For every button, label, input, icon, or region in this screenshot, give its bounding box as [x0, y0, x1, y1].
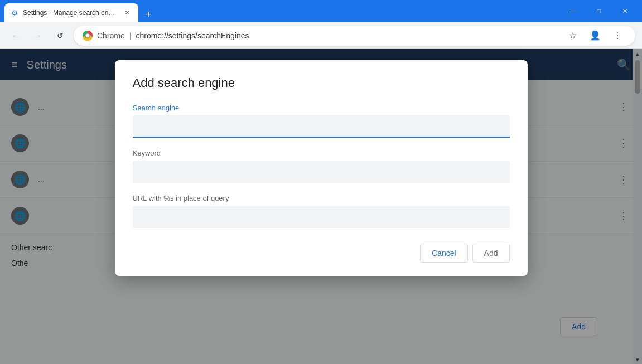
- url-field-group: URL with %s in place of query: [133, 194, 510, 228]
- new-tab-button[interactable]: +: [141, 7, 156, 22]
- reload-button[interactable]: ↺: [51, 27, 69, 45]
- tab-close-button[interactable]: ✕: [123, 8, 132, 17]
- dialog-actions: Cancel Add: [133, 244, 510, 263]
- modal-overlay: Add search engine Search engine Keyword …: [0, 49, 642, 364]
- url-input[interactable]: [133, 206, 510, 228]
- tab-area: ⚙ Settings - Manage search engine ✕ +: [4, 0, 560, 22]
- bookmark-button[interactable]: ☆: [564, 27, 582, 45]
- add-search-engine-dialog: Add search engine Search engine Keyword …: [115, 60, 528, 276]
- chrome-label: Chrome: [97, 31, 125, 40]
- back-button[interactable]: ←: [7, 27, 25, 45]
- add-button[interactable]: Add: [472, 244, 510, 263]
- main-area: ≡ Settings 🔍 🌐 ... ⋮ 🌐 ⋮ 🌐 ... ⋮ 🌐: [0, 49, 642, 364]
- chrome-icon: [83, 31, 93, 41]
- tab-title: Settings - Manage search engine: [23, 9, 118, 17]
- window-controls: — □ ✕: [560, 0, 638, 22]
- forward-button[interactable]: →: [29, 27, 47, 45]
- search-engine-input[interactable]: [133, 115, 510, 138]
- menu-button[interactable]: ⋮: [609, 27, 626, 45]
- active-tab[interactable]: ⚙ Settings - Manage search engine ✕: [4, 3, 138, 22]
- keyword-field-group: Keyword: [133, 149, 510, 183]
- keyword-label: Keyword: [133, 149, 510, 157]
- url-bar[interactable]: Chrome | chrome://settings/searchEngines…: [74, 26, 635, 46]
- address-bar: ← → ↺ Chrome | chrome://settings/searchE…: [0, 22, 642, 49]
- profile-button[interactable]: 👤: [586, 27, 604, 45]
- search-engine-field-group: Search engine: [133, 104, 510, 138]
- keyword-input[interactable]: [133, 161, 510, 183]
- search-engine-label: Search engine: [133, 104, 510, 112]
- settings-tab-icon: ⚙: [11, 8, 18, 17]
- url-label: URL with %s in place of query: [133, 194, 510, 202]
- url-text: chrome://settings/searchEngines: [136, 31, 559, 40]
- minimize-button[interactable]: —: [560, 0, 585, 22]
- dialog-title: Add search engine: [133, 76, 510, 90]
- maximize-button[interactable]: □: [586, 0, 611, 22]
- url-actions: ☆ 👤 ⋮: [564, 27, 626, 45]
- url-separator: |: [129, 31, 132, 40]
- svg-point-2: [86, 34, 89, 37]
- close-button[interactable]: ✕: [612, 0, 638, 22]
- cancel-button[interactable]: Cancel: [420, 244, 468, 263]
- title-bar: ⚙ Settings - Manage search engine ✕ + — …: [0, 0, 642, 22]
